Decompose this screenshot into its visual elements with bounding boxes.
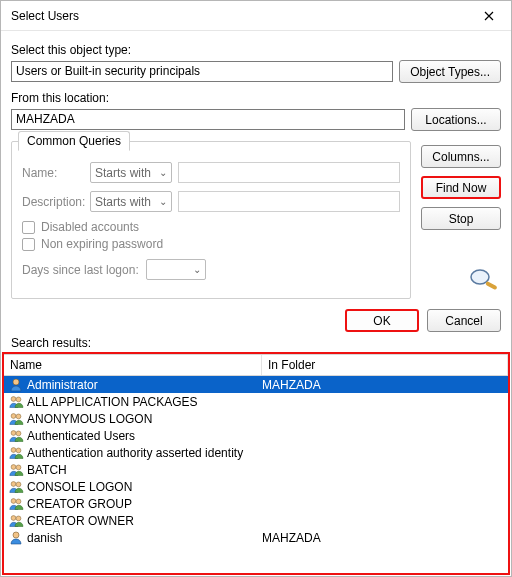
result-name: Administrator	[27, 378, 98, 392]
select-users-dialog: Select Users Select this object type: Us…	[0, 0, 512, 577]
table-row[interactable]: CONSOLE LOGON	[4, 478, 508, 495]
table-row[interactable]: ANONYMOUS LOGON	[4, 410, 508, 427]
svg-point-18	[16, 516, 21, 521]
checkbox-icon	[22, 238, 35, 251]
table-row[interactable]: Authentication authority asserted identi…	[4, 444, 508, 461]
days-since-last-logon-label: Days since last logon:	[22, 263, 140, 277]
result-name-cell: CONSOLE LOGON	[4, 479, 262, 495]
user-icon	[8, 377, 24, 393]
svg-point-2	[13, 379, 19, 385]
group-icon	[8, 479, 24, 495]
result-name: CREATOR GROUP	[27, 497, 132, 511]
results-header: Name In Folder	[4, 354, 508, 376]
result-name: CREATOR OWNER	[27, 514, 134, 528]
dialog-action-row: OK Cancel	[1, 303, 511, 336]
search-results: Name In Folder AdministratorMAHZADAALL A…	[2, 352, 510, 575]
result-name-cell: CREATOR GROUP	[4, 496, 262, 512]
object-type-label: Select this object type:	[11, 43, 501, 57]
svg-point-17	[11, 515, 16, 520]
chevron-down-icon: ⌄	[159, 167, 167, 178]
description-filter-label: Description:	[22, 195, 84, 209]
locations-button[interactable]: Locations...	[411, 108, 501, 131]
result-name-cell: ANONYMOUS LOGON	[4, 411, 262, 427]
svg-point-10	[16, 448, 21, 453]
dialog-body: Select this object type: Users or Built-…	[1, 31, 511, 303]
name-filter-input[interactable]	[178, 162, 400, 183]
window-title: Select Users	[11, 9, 467, 23]
table-row[interactable]: BATCH	[4, 461, 508, 478]
result-name-cell: Authentication authority asserted identi…	[4, 445, 262, 461]
group-icon	[8, 428, 24, 444]
result-name-cell: BATCH	[4, 462, 262, 478]
svg-point-15	[11, 498, 16, 503]
days-since-select[interactable]: ⌄	[146, 259, 206, 280]
group-icon	[8, 394, 24, 410]
description-filter-input[interactable]	[178, 191, 400, 212]
name-filter-label: Name:	[22, 166, 84, 180]
svg-point-0	[471, 270, 489, 284]
svg-point-5	[11, 413, 16, 418]
location-field[interactable]: MAHZADA	[11, 109, 405, 130]
table-row[interactable]: CREATOR OWNER	[4, 512, 508, 529]
svg-point-4	[16, 397, 21, 402]
common-queries-group: Common Queries Name: Starts with ⌄ Descr…	[11, 141, 411, 299]
svg-point-7	[11, 430, 16, 435]
group-icon	[8, 411, 24, 427]
group-icon	[8, 496, 24, 512]
non-expiring-password-label: Non expiring password	[41, 237, 163, 251]
table-row[interactable]: CREATOR GROUP	[4, 495, 508, 512]
stop-button[interactable]: Stop	[421, 207, 501, 230]
result-name-cell: Administrator	[4, 377, 262, 393]
disabled-accounts-checkbox[interactable]: Disabled accounts	[22, 220, 400, 234]
group-icon	[8, 445, 24, 461]
common-queries-tab[interactable]: Common Queries	[18, 131, 130, 151]
find-now-button[interactable]: Find Now	[421, 176, 501, 199]
description-mode-select[interactable]: Starts with ⌄	[90, 191, 172, 212]
result-name: ANONYMOUS LOGON	[27, 412, 152, 426]
svg-point-13	[11, 481, 16, 486]
svg-rect-1	[485, 281, 497, 290]
chevron-down-icon: ⌄	[159, 196, 167, 207]
result-name: Authenticated Users	[27, 429, 135, 443]
search-icon	[467, 266, 501, 295]
svg-point-8	[16, 431, 21, 436]
svg-point-14	[16, 482, 21, 487]
cancel-button[interactable]: Cancel	[427, 309, 501, 332]
table-row[interactable]: danishMAHZADA	[4, 529, 508, 546]
column-header-name[interactable]: Name	[4, 355, 262, 375]
result-name-cell: danish	[4, 530, 262, 546]
svg-point-16	[16, 499, 21, 504]
ok-button[interactable]: OK	[345, 309, 419, 332]
checkbox-icon	[22, 221, 35, 234]
result-name: CONSOLE LOGON	[27, 480, 132, 494]
svg-point-11	[11, 464, 16, 469]
object-type-field[interactable]: Users or Built-in security principals	[11, 61, 393, 82]
disabled-accounts-label: Disabled accounts	[41, 220, 139, 234]
close-icon	[484, 11, 494, 21]
column-header-folder[interactable]: In Folder	[262, 355, 508, 375]
svg-point-3	[11, 396, 16, 401]
table-row[interactable]: AdministratorMAHZADA	[4, 376, 508, 393]
group-icon	[8, 513, 24, 529]
chevron-down-icon: ⌄	[193, 264, 201, 275]
svg-point-6	[16, 414, 21, 419]
result-name: danish	[27, 531, 62, 545]
results-list[interactable]: AdministratorMAHZADAALL APPLICATION PACK…	[4, 376, 508, 573]
side-buttons: Columns... Find Now Stop	[421, 145, 501, 295]
result-name-cell: Authenticated Users	[4, 428, 262, 444]
close-button[interactable]	[467, 1, 511, 31]
name-mode-select[interactable]: Starts with ⌄	[90, 162, 172, 183]
title-bar: Select Users	[1, 1, 511, 31]
columns-button[interactable]: Columns...	[421, 145, 501, 168]
object-types-button[interactable]: Object Types...	[399, 60, 501, 83]
result-folder-cell: MAHZADA	[262, 531, 508, 545]
table-row[interactable]: Authenticated Users	[4, 427, 508, 444]
table-row[interactable]: ALL APPLICATION PACKAGES	[4, 393, 508, 410]
user-icon	[8, 530, 24, 546]
svg-point-12	[16, 465, 21, 470]
result-folder-cell: MAHZADA	[262, 378, 508, 392]
non-expiring-password-checkbox[interactable]: Non expiring password	[22, 237, 400, 251]
description-mode-value: Starts with	[95, 195, 151, 209]
svg-point-19	[13, 532, 19, 538]
result-name-cell: CREATOR OWNER	[4, 513, 262, 529]
